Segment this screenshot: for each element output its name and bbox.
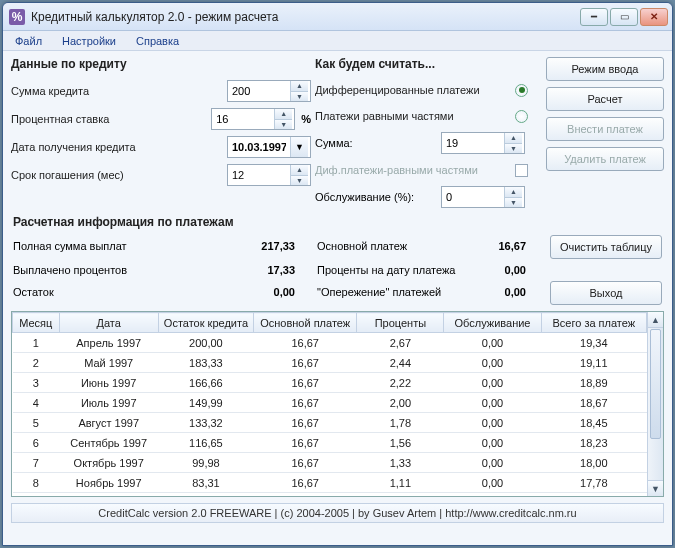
term-down-icon[interactable]: ▼ bbox=[290, 175, 308, 185]
total-value: 217,33 bbox=[243, 240, 313, 252]
date-dropdown-icon[interactable]: ▼ bbox=[290, 137, 308, 157]
table-row[interactable]: 8Ноябрь 199783,3116,671,110,0017,78 bbox=[13, 473, 647, 493]
sum-field[interactable] bbox=[228, 81, 290, 101]
table-cell: 0,00 bbox=[444, 413, 541, 433]
table-cell: 149,99 bbox=[158, 393, 253, 413]
col-header[interactable]: Дата bbox=[59, 313, 158, 333]
table-cell: 99,98 bbox=[158, 453, 253, 473]
total-label: Полная сумма выплат bbox=[13, 240, 243, 252]
delete-pay-button[interactable]: Удалить платеж bbox=[546, 147, 664, 171]
credit-data-heading: Данные по кредиту bbox=[11, 57, 311, 71]
scroll-up-icon[interactable]: ▲ bbox=[648, 312, 663, 328]
date-field[interactable] bbox=[228, 137, 290, 157]
table-cell: 18,23 bbox=[541, 433, 646, 453]
principal-value: 16,67 bbox=[474, 240, 544, 252]
table-cell: 0,00 bbox=[444, 333, 541, 353]
table-cell: 16,67 bbox=[254, 353, 357, 373]
percent-label: Проценты на дату платежа bbox=[317, 264, 474, 276]
table-cell: 17,78 bbox=[541, 473, 646, 493]
table-cell: 1,56 bbox=[357, 433, 444, 453]
midsum-label: Сумма: bbox=[315, 137, 435, 149]
table-cell: 2,00 bbox=[357, 393, 444, 413]
scrollbar[interactable]: ▲ ▼ bbox=[647, 312, 663, 496]
menubar: Файл Настройки Справка bbox=[3, 31, 672, 51]
service-field[interactable] bbox=[442, 187, 504, 207]
maximize-button[interactable]: ▭ bbox=[610, 8, 638, 26]
table-row[interactable]: 3Июнь 1997166,6616,672,220,0018,89 bbox=[13, 373, 647, 393]
table-row[interactable]: 2Май 1997183,3316,672,440,0019,11 bbox=[13, 353, 647, 373]
term-label: Срок погашения (мес) bbox=[11, 169, 227, 181]
date-label: Дата получения кредита bbox=[11, 141, 227, 153]
rate-field[interactable] bbox=[212, 109, 274, 129]
col-header[interactable]: Проценты bbox=[357, 313, 444, 333]
rate-input[interactable]: ▲▼ bbox=[211, 108, 295, 130]
radio-diff-dot[interactable] bbox=[515, 84, 528, 97]
app-window: % Кредитный калькулятор 2.0 - режим расч… bbox=[2, 2, 673, 546]
mode-button[interactable]: Режим ввода bbox=[546, 57, 664, 81]
sum-up-icon[interactable]: ▲ bbox=[290, 81, 308, 91]
radio-equal-dot[interactable] bbox=[515, 110, 528, 123]
window-title: Кредитный калькулятор 2.0 - режим расчет… bbox=[31, 10, 580, 24]
ahead-value: 0,00 bbox=[474, 286, 544, 298]
diffeq-option: Диф.платежи-равными частями bbox=[315, 157, 542, 183]
table-row[interactable]: 6Сентябрь 1997116,6516,671,560,0018,23 bbox=[13, 433, 647, 453]
menu-help[interactable]: Справка bbox=[130, 33, 185, 49]
midsum-input[interactable]: ▲▼ bbox=[441, 132, 525, 154]
table-cell: 8 bbox=[13, 473, 60, 493]
table-cell: 18,67 bbox=[541, 393, 646, 413]
table-cell: 18,89 bbox=[541, 373, 646, 393]
table-cell: 83,31 bbox=[158, 473, 253, 493]
table-cell: 0,00 bbox=[444, 473, 541, 493]
table-cell: 2 bbox=[13, 353, 60, 373]
sum-input[interactable]: ▲▼ bbox=[227, 80, 311, 102]
table-cell: Май 1997 bbox=[59, 353, 158, 373]
scroll-thumb[interactable] bbox=[650, 329, 661, 439]
table-cell: 16,67 bbox=[254, 393, 357, 413]
close-button[interactable]: ✕ bbox=[640, 8, 668, 26]
table-cell: 3 bbox=[13, 373, 60, 393]
rest-value: 0,00 bbox=[243, 286, 313, 298]
table-row[interactable]: 5Август 1997133,3216,671,780,0018,45 bbox=[13, 413, 647, 433]
info-panel: Расчетная информация по платежам Полная … bbox=[3, 211, 672, 309]
table-row[interactable]: 7Октябрь 199799,9816,671,330,0018,00 bbox=[13, 453, 647, 473]
table-row[interactable]: 1Апрель 1997200,0016,672,670,0019,34 bbox=[13, 333, 647, 353]
midsum-field[interactable] bbox=[442, 133, 504, 153]
clear-button[interactable]: Очистить таблицу bbox=[550, 235, 662, 259]
service-input[interactable]: ▲▼ bbox=[441, 186, 525, 208]
table-cell: 1 bbox=[13, 333, 60, 353]
table-cell: Ноябрь 1997 bbox=[59, 473, 158, 493]
table-cell: Июнь 1997 bbox=[59, 373, 158, 393]
pay-button[interactable]: Внести платеж bbox=[546, 117, 664, 141]
menu-settings[interactable]: Настройки bbox=[56, 33, 122, 49]
midsum-up-icon[interactable]: ▲ bbox=[504, 133, 522, 143]
service-down-icon[interactable]: ▼ bbox=[504, 197, 522, 207]
service-up-icon[interactable]: ▲ bbox=[504, 187, 522, 197]
term-field[interactable] bbox=[228, 165, 290, 185]
term-input[interactable]: ▲▼ bbox=[227, 164, 311, 186]
radio-diff[interactable]: Дифференцированные платежи bbox=[315, 77, 542, 103]
table-cell: 19,11 bbox=[541, 353, 646, 373]
col-header[interactable]: Месяц bbox=[13, 313, 60, 333]
radio-equal[interactable]: Платежи равными частями bbox=[315, 103, 542, 129]
col-header[interactable]: Остаток кредита bbox=[158, 313, 253, 333]
term-up-icon[interactable]: ▲ bbox=[290, 165, 308, 175]
table-row[interactable]: 4Июль 1997149,9916,672,000,0018,67 bbox=[13, 393, 647, 413]
col-header[interactable]: Обслуживание bbox=[444, 313, 541, 333]
minimize-button[interactable]: ━ bbox=[580, 8, 608, 26]
diffeq-checkbox[interactable] bbox=[515, 164, 528, 177]
col-header[interactable]: Всего за платеж bbox=[541, 313, 646, 333]
rate-up-icon[interactable]: ▲ bbox=[274, 109, 292, 119]
rate-down-icon[interactable]: ▼ bbox=[274, 119, 292, 129]
table-cell: Август 1997 bbox=[59, 413, 158, 433]
scroll-down-icon[interactable]: ▼ bbox=[648, 480, 663, 496]
sum-down-icon[interactable]: ▼ bbox=[290, 91, 308, 101]
date-input[interactable]: ▼ bbox=[227, 136, 311, 158]
midsum-down-icon[interactable]: ▼ bbox=[504, 143, 522, 153]
diffeq-label: Диф.платежи-равными частями bbox=[315, 164, 478, 176]
principal-label: Основной платеж bbox=[317, 240, 474, 252]
menu-file[interactable]: Файл bbox=[9, 33, 48, 49]
exit-button[interactable]: Выход bbox=[550, 281, 662, 305]
col-header[interactable]: Основной платеж bbox=[254, 313, 357, 333]
calc-button[interactable]: Расчет bbox=[546, 87, 664, 111]
titlebar[interactable]: % Кредитный калькулятор 2.0 - режим расч… bbox=[3, 3, 672, 31]
